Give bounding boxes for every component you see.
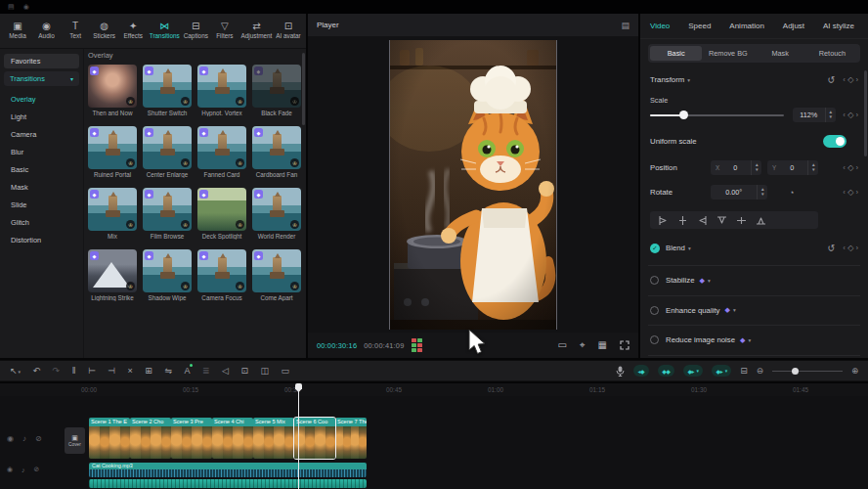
timeline-ruler[interactable]: 00:0000:1500:3000:4501:0001:1501:3001:45 [0,383,868,396]
position-x-stepper[interactable]: ▲▼ [751,160,761,175]
library-scrollbar[interactable] [302,53,305,125]
keyframe-options-button[interactable]: ◆▸▾ [712,365,731,377]
snapshot-icon[interactable]: ⌖ [580,340,586,350]
playhead[interactable] [298,383,299,489]
chevron-down-icon[interactable]: ▾ [688,245,691,251]
transition-card[interactable]: ◆♔Come Apart [252,249,301,301]
scale-keyframe-control[interactable]: ‹◇› [844,111,859,119]
split-icon[interactable]: ‖ [72,366,76,376]
scale-stepper[interactable]: ▲▼ [825,108,836,122]
transition-card[interactable]: ◆♔Black Fade [252,65,301,116]
transition-thumbnail[interactable]: ◆♔ [88,65,137,108]
subtab-remove-bg[interactable]: Remove BG [702,46,754,61]
transition-thumbnail[interactable]: ◆♔ [143,126,192,169]
transition-thumbnail[interactable]: ◆♔ [88,249,137,292]
app-window-icon[interactable]: ◉ [23,3,29,11]
transition-thumbnail[interactable]: ◆♔ [143,249,192,292]
music-track-clip[interactable] [89,479,367,488]
extract-person-icon[interactable]: ⊡ [240,366,248,376]
transition-card[interactable]: ◆♔Shadow Wipe [143,249,192,301]
align-center-v-icon[interactable] [736,215,747,226]
toolbar-item-effects[interactable]: ✦Effects [120,22,146,40]
auto-captions-icon[interactable]: ≣ [202,366,210,376]
redo-icon[interactable]: ↷ [53,366,61,376]
sidebar-item-camera[interactable]: Camera [0,125,83,143]
inspector-scrollbar[interactable] [864,70,867,156]
sidebar-item-overlay[interactable]: Overlay [0,90,83,108]
tab-video[interactable]: Video [650,22,670,30]
toolbar-item-media[interactable]: ▣Media [5,22,30,40]
chevron-down-icon[interactable]: ▾ [733,307,736,313]
select-tool-icon[interactable]: ↖▾ [10,366,21,377]
transition-card[interactable]: ◆♔Film Browse [143,188,192,240]
split-screen-icon[interactable]: ◫ [260,366,269,376]
toolbar-item-adjustment[interactable]: ⇄Adjustment [240,22,272,40]
transition-card[interactable]: ◆♔Center Enlarge [143,126,192,178]
trim-left-icon[interactable]: ⊢ [88,366,96,376]
transform-keyframe-control[interactable]: ‹ ◇ › [844,75,859,84]
transition-thumbnail[interactable]: ◆♔ [197,126,246,169]
timeline-clip[interactable]: Scene 7 The [335,418,367,459]
subtab-retouch[interactable]: Retouch [806,46,858,61]
subtab-basic[interactable]: Basic [650,46,702,61]
transition-card[interactable]: ◆♔Then and Now [88,65,137,116]
sidebar-item-favorites[interactable]: Favorites [4,54,79,68]
chevron-down-icon[interactable]: ▾ [687,77,690,83]
timeline-clip[interactable]: Scene 5 Mix [253,418,294,459]
subtab-mask[interactable]: Mask [755,46,806,61]
toolbar-item-filters[interactable]: ▽Filters [212,22,238,40]
next-keyframe-icon[interactable]: › [856,76,858,83]
align-top-icon[interactable] [716,215,727,226]
transition-card[interactable]: ◆♔Fanned Card [197,126,246,178]
transition-card[interactable]: ◆♔Lightning Strike [88,249,137,301]
tab-adjust[interactable]: Adjust [783,22,804,30]
transition-thumbnail[interactable]: ◆♔ [252,249,301,292]
color-channels-icon[interactable] [412,338,422,352]
transition-card[interactable]: ◆♔Deck Spotlight [197,188,246,240]
sidebar-item-slide[interactable]: Slide [0,196,83,213]
tab-speed[interactable]: Speed [688,22,711,30]
keyframe-icon[interactable]: ◇ [847,75,853,84]
toolbar-item-captions[interactable]: ⊟Captions [183,22,208,40]
fullscreen-icon[interactable] [620,340,629,350]
sidebar-item-blur[interactable]: Blur [0,143,83,160]
position-y-value[interactable]: 0 [776,163,807,172]
render-quality-icon[interactable]: ▦ [598,340,607,350]
align-center-h-icon[interactable] [677,215,688,226]
transition-card[interactable]: ◆♔Camera Focus [197,249,246,301]
transition-thumbnail[interactable]: ◆♔ [88,126,137,169]
position-keyframe-control[interactable]: ‹◇› [844,163,859,172]
mute-track-icon[interactable]: ♪ [22,467,25,473]
toggle-track-icon[interactable]: ◉ [7,434,14,443]
transition-thumbnail[interactable]: ◆♔ [252,188,301,231]
reset-blend-icon[interactable]: ↺ [828,243,836,253]
uniform-scale-toggle[interactable] [823,135,846,148]
position-x-value[interactable]: 0 [719,163,751,172]
align-bottom-icon[interactable] [756,215,766,226]
reduce-image-noise-checkbox[interactable] [650,335,659,344]
blend-keyframe-control[interactable]: ‹◇› [844,244,859,252]
transition-thumbnail[interactable]: ◆♔ [88,188,137,231]
chevron-down-icon[interactable]: ▾ [708,278,711,284]
reset-transform-icon[interactable]: ↺ [828,74,836,85]
timeline-zoom-out-icon[interactable]: ⊖ [757,366,763,376]
zoom-slider-handle[interactable] [792,368,799,375]
lock-track-icon[interactable]: ⊘ [35,434,42,443]
transition-thumbnail[interactable]: ◆♔ [252,65,301,108]
enhance-quality-checkbox[interactable] [650,306,659,315]
mute-track-icon[interactable]: ♪ [22,434,26,443]
transition-thumbnail[interactable]: ◆♔ [197,249,246,292]
transition-card[interactable]: ◆♔Cardboard Fan [252,126,301,178]
video-preview[interactable] [389,40,557,330]
toolbar-item-audio[interactable]: ◉Audio [34,22,60,40]
timeline-zoom-in-icon[interactable]: ⊕ [851,366,858,376]
rotate-value-box[interactable]: 0.00° ▲▼ [711,185,767,200]
sidebar-item-mask[interactable]: Mask [0,178,83,196]
prev-keyframe-button[interactable]: ◂◆ [633,365,649,377]
sidebar-item-basic[interactable]: Basic [0,160,83,178]
audio-extract-icon[interactable]: ◁ [222,366,229,376]
trim-right-icon[interactable]: ⊣ [108,366,115,376]
align-left-icon[interactable] [658,215,669,226]
sidebar-item-light[interactable]: Light [0,108,83,125]
sidebar-item-distortion[interactable]: Distortion [0,231,83,248]
